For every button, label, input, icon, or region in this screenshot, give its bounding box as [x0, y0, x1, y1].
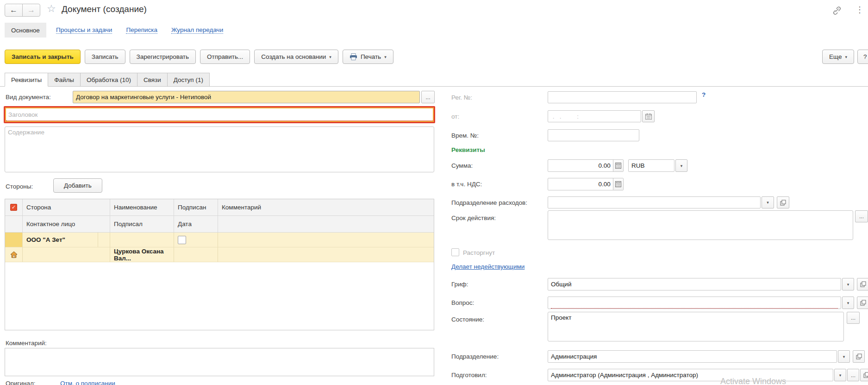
more-button[interactable]: Еще ▾ — [822, 50, 854, 64]
question-open-button[interactable] — [857, 297, 868, 309]
state-more-button[interactable]: ... — [847, 312, 860, 324]
sum-input[interactable] — [548, 159, 624, 172]
register-button[interactable]: Зарегистрировать — [130, 50, 196, 64]
favorite-star-icon[interactable]: ☆ — [47, 3, 56, 15]
select-all-cell[interactable]: ✓ — [5, 199, 23, 216]
signer-cell[interactable]: Цуркова Оксана Вал... — [110, 247, 174, 262]
save-and-close-button[interactable]: Записать и закрыть — [5, 50, 81, 64]
prepared-by-input[interactable] — [548, 369, 833, 381]
invalidates-link[interactable]: Делает недействующими — [451, 263, 525, 270]
prepared-by-dropdown-button[interactable]: ▾ — [834, 369, 846, 381]
vat-input[interactable] — [548, 178, 624, 190]
window-menu-button[interactable]: ⋮ — [856, 5, 864, 15]
signed-cell[interactable] — [174, 233, 218, 247]
sum-calculator-button[interactable] — [613, 160, 623, 171]
comment-cell[interactable] — [218, 233, 434, 247]
add-party-button[interactable]: Добавить — [53, 178, 102, 193]
validity-textarea[interactable] — [548, 210, 853, 240]
col-header-comment[interactable]: Комментарий — [218, 199, 434, 216]
contact-cell[interactable] — [23, 247, 110, 262]
chevron-down-icon: ▾ — [329, 55, 331, 59]
comment-textarea[interactable] — [5, 348, 434, 376]
forward-button[interactable]: → — [22, 4, 40, 17]
signer-name: Цуркова Оксана Вал... — [114, 248, 170, 262]
terminated-checkbox[interactable] — [451, 248, 459, 256]
send-button[interactable]: Отправить... — [200, 50, 250, 64]
date-picker-button[interactable] — [642, 110, 655, 122]
expense-dept-open-button[interactable] — [777, 196, 789, 208]
expense-dept-input[interactable] — [548, 196, 761, 208]
print-button[interactable]: Печать ▾ — [343, 50, 393, 64]
doc-kind-more-button[interactable]: ... — [421, 91, 435, 103]
prepared-by-value[interactable] — [551, 369, 830, 381]
create-based-on-button[interactable]: Создать на основании ▾ — [254, 50, 338, 64]
name-cell[interactable] — [110, 233, 174, 247]
temp-number-value[interactable] — [551, 130, 636, 141]
nav-item-transfer-log[interactable]: Журнал передачи — [171, 26, 223, 34]
expense-dept-dropdown-button[interactable]: ▾ — [762, 196, 774, 208]
nav-item-processes[interactable]: Процессы и задачи — [56, 26, 112, 34]
col-header-signed[interactable]: Подписан — [174, 199, 218, 216]
col-header-signer[interactable]: Подписал — [110, 216, 174, 233]
date-cell[interactable] — [174, 247, 218, 262]
department-open-button[interactable] — [853, 350, 865, 363]
party-subdivider — [98, 233, 98, 247]
department-dropdown-button[interactable]: ▾ — [838, 350, 850, 363]
currency-input[interactable] — [628, 159, 674, 172]
grif-input[interactable] — [548, 278, 841, 290]
col-header-name[interactable]: Наименование — [110, 199, 174, 216]
question-value[interactable] — [551, 297, 838, 309]
parties-table: ✓ Сторона Наименование Подписан Коммента… — [5, 199, 434, 330]
grif-open-button[interactable] — [857, 278, 868, 290]
validity-more-button[interactable]: ... — [855, 210, 868, 222]
nav-item-main[interactable]: Основное — [5, 23, 46, 38]
reg-number-value[interactable] — [551, 92, 693, 103]
doc-kind-input[interactable] — [73, 91, 420, 103]
col-header-contact[interactable]: Контактное лицо — [23, 216, 110, 233]
vat-value[interactable] — [548, 178, 613, 190]
content-textarea[interactable] — [5, 126, 434, 172]
help-button[interactable]: ? — [857, 50, 868, 64]
tab-processing[interactable]: Обработка (10) — [81, 73, 137, 87]
temp-number-input[interactable] — [548, 129, 639, 141]
signed-checkbox[interactable] — [178, 236, 186, 244]
grif-value[interactable] — [551, 278, 838, 290]
department-label: Подразделение: — [451, 353, 499, 360]
back-button[interactable]: ← — [5, 4, 23, 17]
chevron-down-icon: ▾ — [384, 55, 387, 59]
tab-access[interactable]: Доступ (1) — [168, 73, 210, 87]
col-header-date[interactable]: Дата — [174, 216, 218, 233]
nav-item-correspondence[interactable]: Переписка — [126, 26, 157, 34]
grif-dropdown-button[interactable]: ▾ — [842, 278, 854, 290]
prepared-by-open-button[interactable] — [860, 369, 868, 381]
sum-value[interactable] — [548, 160, 613, 171]
department-value[interactable] — [551, 351, 834, 362]
date-input[interactable]: . . : — [548, 110, 641, 122]
state-textarea[interactable]: Проект — [548, 312, 844, 341]
reg-help-icon[interactable]: ? — [702, 91, 706, 98]
row-selector-cell[interactable] — [5, 233, 23, 247]
title-input[interactable] — [6, 108, 433, 121]
prepared-by-more-button[interactable]: ... — [847, 369, 859, 381]
save-button[interactable]: Записать — [85, 50, 125, 64]
original-link[interactable]: Отм. о подписании — [60, 380, 115, 385]
question-input[interactable] — [548, 297, 841, 309]
tab-files[interactable]: Файлы — [48, 73, 81, 87]
currency-dropdown-button[interactable]: ▾ — [675, 159, 687, 172]
doc-kind-value[interactable] — [76, 91, 417, 103]
question-dropdown-button[interactable]: ▾ — [842, 297, 854, 309]
col-header-party[interactable]: Сторона — [23, 199, 110, 216]
tab-rekvizity[interactable]: Реквизиты — [5, 73, 48, 87]
question-label: Вопрос: — [451, 299, 474, 306]
department-input[interactable] — [548, 350, 837, 363]
contact-marker-cell[interactable] — [5, 247, 23, 262]
get-link-button[interactable] — [831, 6, 843, 16]
tab-links[interactable]: Связи — [137, 73, 168, 87]
currency-value[interactable] — [631, 160, 671, 171]
comment-cell2[interactable] — [218, 247, 434, 262]
open-in-window-icon — [863, 372, 868, 378]
vat-calculator-button[interactable] — [613, 178, 623, 190]
reg-number-input[interactable] — [548, 91, 697, 103]
party-cell[interactable]: ООО "А Зет" — [23, 233, 110, 247]
expense-dept-value[interactable] — [551, 197, 757, 208]
